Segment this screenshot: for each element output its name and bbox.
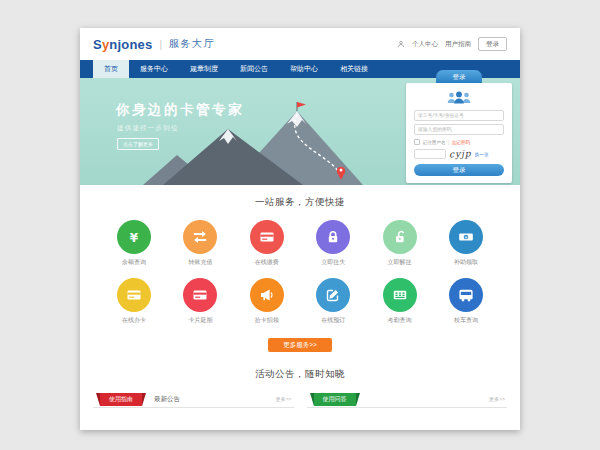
captcha-input[interactable] — [414, 149, 446, 159]
service-label: 余额查询 — [106, 258, 162, 267]
person-icon — [397, 40, 405, 48]
service-label: 立即挂失 — [305, 258, 361, 267]
site-header: Synjones | 服务大厅 个人中心用户指南 登录 — [80, 28, 520, 60]
service-item-5[interactable]: ¥补助领取 — [438, 220, 494, 267]
remember-label: 记住用户名 — [423, 140, 446, 145]
captcha-image[interactable]: cyjp — [449, 148, 472, 159]
nav-item-4[interactable]: 帮助中心 — [279, 60, 329, 78]
service-item-4[interactable]: 立即解挂 — [372, 220, 428, 267]
right-more-link[interactable]: 更多>> — [489, 391, 507, 407]
announcement-panels: 使用指南 最新公告 更多>> 使用问答 更多>> — [80, 391, 520, 408]
header-login-button[interactable]: 登录 — [478, 37, 507, 51]
megaphone-icon — [250, 278, 284, 312]
service-item-11[interactable]: 校车查询 — [438, 278, 494, 325]
service-item-3[interactable]: 立即挂失 — [305, 220, 361, 267]
tab-usage-qa[interactable]: 使用问答 — [314, 393, 356, 406]
service-label: 考勤查询 — [372, 316, 428, 325]
unlock-icon — [383, 220, 417, 254]
username-input[interactable] — [414, 110, 504, 121]
remember-separator: | — [448, 140, 449, 145]
logo-suffix: njones — [109, 37, 152, 52]
tab-usage-guide[interactable]: 使用指南 — [100, 393, 142, 406]
panel-left: 使用指南 最新公告 更多>> — [93, 391, 294, 408]
services-title: 一站服务，方便快捷 — [80, 196, 520, 209]
hero-banner: 你身边的卡管专家 提供捷径一步到位 点击了解更多 登录 — [80, 78, 520, 185]
card-icon — [117, 278, 151, 312]
service-item-0[interactable]: ¥余额查询 — [106, 220, 162, 267]
services-row-1: ¥余额查询转账充值在线缴费立即挂失立即解挂¥补助领取 — [80, 220, 520, 267]
more-services-button[interactable]: 更多服务>> — [268, 338, 332, 352]
lock-icon — [316, 220, 350, 254]
header-link-0[interactable]: 个人中心 — [412, 40, 438, 49]
service-label: 卡片延期 — [172, 316, 228, 325]
service-label: 拾卡招领 — [239, 316, 295, 325]
login-submit-button[interactable]: 登录 — [414, 164, 504, 176]
mountain-illustration — [135, 99, 400, 185]
users-icon — [444, 90, 474, 106]
remember-checkbox[interactable] — [414, 139, 420, 145]
forgot-password-link[interactable]: 忘记密码 — [452, 140, 470, 145]
logo-prefix: S — [93, 37, 102, 52]
login-form: 记住用户名 | 忘记密码 cyjp 换一张 登录 — [406, 83, 512, 183]
card-icon — [183, 278, 217, 312]
services-row-2: 在线办卡卡片延期拾卡招领在线预订考勤查询校车查询 — [80, 278, 520, 325]
nav-item-1[interactable]: 服务中心 — [129, 60, 179, 78]
service-label: 在线办卡 — [106, 316, 162, 325]
nav-item-5[interactable]: 相关链接 — [329, 60, 379, 78]
captcha-row: cyjp 换一张 — [414, 149, 504, 159]
service-label: 补助领取 — [438, 258, 494, 267]
banknote-icon: ¥ — [449, 220, 483, 254]
captcha-refresh-link[interactable]: 换一张 — [475, 152, 489, 157]
site-title: 服务大厅 — [169, 37, 215, 51]
card-icon — [250, 220, 284, 254]
remember-row: 记住用户名 | 忘记密码 — [414, 139, 504, 145]
pencil-icon — [316, 278, 350, 312]
service-label: 校车查询 — [438, 316, 494, 325]
password-input[interactable] — [414, 124, 504, 135]
nav-item-2[interactable]: 规章制度 — [179, 60, 229, 78]
header-link-1[interactable]: 用户指南 — [445, 40, 471, 49]
logo[interactable]: Synjones — [93, 37, 152, 52]
service-item-8[interactable]: 拾卡招领 — [239, 278, 295, 325]
service-label: 在线缴费 — [239, 258, 295, 267]
service-label: 立即解挂 — [372, 258, 428, 267]
service-item-1[interactable]: 转账充值 — [172, 220, 228, 267]
panel-right: 使用问答 更多>> — [307, 391, 508, 408]
service-item-10[interactable]: 考勤查询 — [372, 278, 428, 325]
service-item-7[interactable]: 卡片延期 — [172, 278, 228, 325]
announcements-title: 活动公告，随时知晓 — [80, 368, 520, 381]
announcements-section: 活动公告，随时知晓 使用指南 最新公告 更多>> 使用问答 更多>> — [80, 368, 520, 408]
logo-divider: | — [159, 39, 162, 50]
yen-icon: ¥ — [117, 220, 151, 254]
panel-left-header: 使用指南 最新公告 更多>> — [93, 391, 294, 408]
service-item-6[interactable]: 在线办卡 — [106, 278, 162, 325]
service-label: 在线预订 — [305, 316, 361, 325]
bus-icon — [449, 278, 483, 312]
service-item-9[interactable]: 在线预订 — [305, 278, 361, 325]
nav-item-0[interactable]: 首页 — [93, 60, 129, 78]
service-label: 转账充值 — [172, 258, 228, 267]
svg-text:¥: ¥ — [464, 235, 467, 240]
services-section: 一站服务，方便快捷 ¥余额查询转账充值在线缴费立即挂失立即解挂¥补助领取 在线办… — [80, 185, 520, 352]
tab-latest-announcements[interactable]: 最新公告 — [154, 391, 180, 407]
service-item-2[interactable]: 在线缴费 — [239, 220, 295, 267]
login-panel: 登录 记住用户名 | 忘记密码 cyjp 换一张 — [406, 70, 512, 183]
panel-right-header: 使用问答 更多>> — [307, 391, 508, 408]
login-tab[interactable]: 登录 — [436, 70, 482, 83]
header-links: 个人中心用户指南 — [397, 40, 471, 49]
left-more-link[interactable]: 更多>> — [276, 391, 294, 407]
svg-text:¥: ¥ — [130, 231, 139, 245]
transfer-icon — [183, 220, 217, 254]
nav-item-3[interactable]: 新闻公告 — [229, 60, 279, 78]
browser-page: Synjones | 服务大厅 个人中心用户指南 登录 首页服务中心规章制度新闻… — [80, 28, 520, 430]
reader-icon — [383, 278, 417, 312]
